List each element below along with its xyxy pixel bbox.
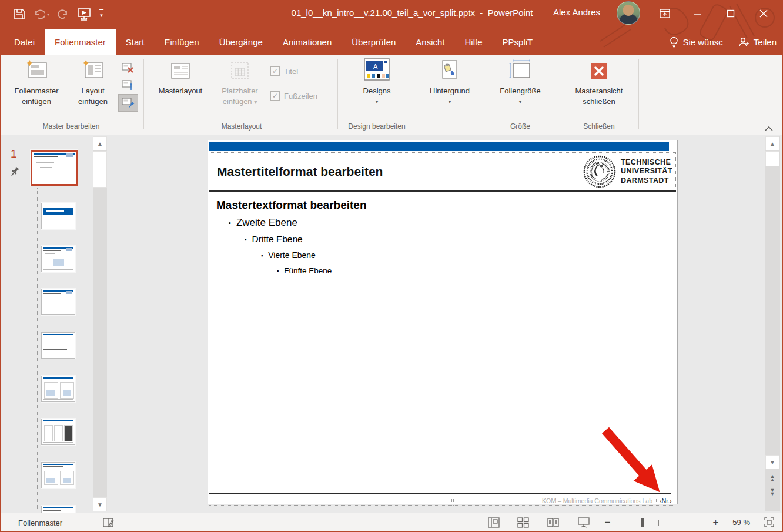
bullet-icon: ▪ xyxy=(245,236,247,243)
tab-folienmaster[interactable]: Folienmaster xyxy=(45,29,116,55)
body-level-2: ▪Zweite Ebene xyxy=(229,217,297,229)
slide-thumbnail-layout-7[interactable] xyxy=(41,462,75,488)
title-placeholder[interactable]: Mastertitelformat bearbeiten TECHNISCHE … xyxy=(209,152,676,190)
body-placeholder[interactable]: Mastertextformat bearbeiten ▪Zweite Eben… xyxy=(209,195,671,493)
tab-uebergaenge[interactable]: Übergänge xyxy=(209,29,273,55)
group-label-master-bearbeiten: Master bearbeiten xyxy=(18,122,124,131)
slide-thumbnail-master-selected[interactable] xyxy=(31,150,78,186)
footer-text-placeholder[interactable]: KOM – Multimedia Communications Lab xyxy=(453,496,655,506)
slide-title-text[interactable]: Mastertitelformat bearbeiten xyxy=(217,165,383,179)
ribbon-display-options-button[interactable] xyxy=(648,0,681,27)
scroll-down-button[interactable]: ▼ xyxy=(93,497,107,511)
slide-thumbnail-layout-2[interactable] xyxy=(41,246,75,272)
thumbnail-scrollbar[interactable]: ▲ ▼ xyxy=(93,136,107,511)
title-underline xyxy=(209,190,676,192)
logo-text-line2: UNIVERSITÄT xyxy=(621,167,672,176)
tab-ansicht[interactable]: Ansicht xyxy=(406,29,454,55)
footer-placeholder[interactable] xyxy=(209,496,452,506)
chevron-down-icon: ▾ xyxy=(100,14,103,17)
background-format-icon xyxy=(439,58,460,81)
body-level-5: ▪Fünfte Ebene xyxy=(277,266,332,275)
tab-hilfe[interactable]: Hilfe xyxy=(455,29,493,55)
scrollbar-thumb[interactable] xyxy=(765,151,779,166)
tab-start[interactable]: Start xyxy=(116,29,155,55)
checkbox-checked-icon: ✓ xyxy=(270,91,280,101)
slide-thumbnail-panel: 1 xyxy=(1,135,110,513)
slide-thumbnail-layout-1[interactable] xyxy=(41,203,75,229)
slide-thumbnail-layout-6[interactable] xyxy=(41,419,75,445)
maximize-icon xyxy=(727,9,735,18)
tab-ppsplit[interactable]: PPspliT xyxy=(493,29,543,55)
share-person-icon xyxy=(738,37,749,48)
zoom-slider[interactable] xyxy=(617,518,705,527)
zoom-level-label[interactable]: 59 % xyxy=(732,518,750,527)
next-slide-button[interactable]: ▼▼ xyxy=(765,486,779,498)
rename-button[interactable] xyxy=(119,77,137,93)
undo-button[interactable]: ▾ xyxy=(34,9,49,19)
page-number-placeholder[interactable]: ‹Nr.› xyxy=(656,496,675,506)
scroll-down-button[interactable]: ▼ xyxy=(765,455,779,469)
maximize-button[interactable] xyxy=(714,0,747,27)
slide-size-label: Foliengröße xyxy=(500,86,540,96)
logo-text-line1: TECHNISCHE xyxy=(621,158,672,167)
slide-thumbnail-layout-3[interactable] xyxy=(41,289,75,315)
main-scrollbar[interactable]: ▲ ▼ ▲▲ ▼▼ xyxy=(765,136,780,511)
tab-datei[interactable]: Datei xyxy=(4,29,45,55)
bullet-icon: ▪ xyxy=(261,253,263,259)
customize-qat-button[interactable]: ▔▾ xyxy=(99,11,103,17)
collapse-ribbon-button[interactable] xyxy=(765,123,773,134)
zoom-slider-thumb[interactable] xyxy=(641,518,644,527)
slide-size-button[interactable]: Foliengröße ▾ xyxy=(490,58,551,105)
master-layout-icon xyxy=(169,58,192,81)
ribbon-display-options-icon xyxy=(660,9,670,18)
tab-animationen[interactable]: Animationen xyxy=(273,29,342,55)
chevron-up-icon xyxy=(765,126,773,132)
insert-slide-master-button[interactable]: Folienmaster einfügen xyxy=(5,58,68,106)
tab-einfuegen[interactable]: Einfügen xyxy=(154,29,209,55)
close-master-view-button[interactable]: Masteransicht schließen xyxy=(564,58,634,106)
normal-view-button[interactable] xyxy=(488,517,500,528)
delete-slide-icon xyxy=(121,62,135,74)
group-label-design-bearbeiten: Design bearbeiten xyxy=(339,122,414,131)
group-label-masterlayout: Masterlayout xyxy=(189,122,295,131)
designs-button[interactable]: A Designs ▾ xyxy=(353,58,400,105)
save-button[interactable] xyxy=(14,8,25,20)
thumbnail-connector-line xyxy=(37,188,38,510)
scrollbar-thumb[interactable] xyxy=(93,151,107,188)
delete-button[interactable] xyxy=(119,60,137,76)
slideshow-view-button[interactable] xyxy=(577,517,590,528)
slide-thumbnail-layout-4[interactable] xyxy=(41,332,75,359)
master-layout-button[interactable]: Masterlayout xyxy=(150,58,211,96)
designs-label: Designs xyxy=(363,86,391,96)
tell-me-box[interactable]: Sie wünsc xyxy=(670,36,722,48)
zoom-out-button[interactable]: − xyxy=(604,517,610,528)
logo-text-line3: DARMSTADT xyxy=(621,176,672,185)
fit-to-window-button[interactable] xyxy=(764,517,774,527)
close-button[interactable] xyxy=(747,0,780,27)
tab-ueberpruefen[interactable]: Überprüfen xyxy=(342,29,406,55)
redo-button[interactable] xyxy=(58,9,69,19)
zoom-in-button[interactable]: + xyxy=(712,517,718,528)
share-label: Teilen xyxy=(754,37,777,47)
chevron-down-icon: ▾ xyxy=(254,99,257,105)
slide-thumbnail-layout-8[interactable] xyxy=(41,506,75,513)
slide-thumbnail-layout-5[interactable] xyxy=(41,376,75,402)
user-name[interactable]: Alex Andres xyxy=(553,7,600,17)
scroll-up-button[interactable]: ▲ xyxy=(93,136,107,150)
minimize-button[interactable] xyxy=(681,0,714,27)
slide-sorter-view-button[interactable] xyxy=(517,517,529,528)
reading-view-button[interactable] xyxy=(547,517,560,528)
insert-layout-button[interactable]: Layout einfügen xyxy=(69,58,117,106)
start-from-beginning-button[interactable] xyxy=(77,8,91,21)
previous-slide-button[interactable]: ▲▲ xyxy=(765,471,779,484)
slide-canvas[interactable]: Mastertitelformat bearbeiten TECHNISCHE … xyxy=(208,140,678,504)
scroll-up-button[interactable]: ▲ xyxy=(765,136,779,150)
bullet-icon: ▪ xyxy=(229,219,231,226)
background-button[interactable]: Hintergrund ▾ xyxy=(420,58,479,105)
close-master-view-label: Masteransicht schließen xyxy=(564,86,634,106)
avatar[interactable] xyxy=(617,1,640,25)
preserve-button[interactable] xyxy=(118,94,138,112)
chevron-down-icon: ▾ xyxy=(518,98,521,105)
share-button[interactable]: Teilen xyxy=(738,37,777,48)
proofing-status-icon[interactable] xyxy=(102,517,115,528)
